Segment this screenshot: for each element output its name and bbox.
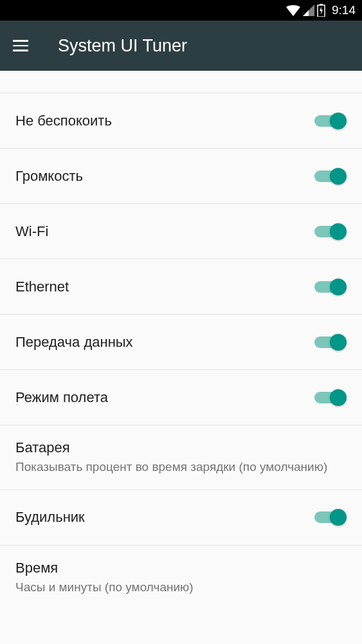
toggle-switch[interactable] [314, 333, 347, 352]
list-item-dnd[interactable]: Не беспокоить [0, 93, 362, 149]
list-item-data[interactable]: Передача данных [0, 315, 362, 370]
item-sublabel: Показывать процент во время зарядки (по … [15, 459, 327, 475]
item-label: Громкость [15, 168, 83, 185]
list-item-volume[interactable]: Громкость [0, 149, 362, 204]
wifi-icon [286, 5, 300, 16]
toggle-switch[interactable] [314, 388, 347, 407]
battery-charging-icon [317, 4, 325, 17]
menu-button[interactable] [13, 35, 33, 56]
item-label: Время [15, 560, 58, 576]
status-bar: 9:14 [0, 0, 362, 21]
app-bar: System UI Tuner [0, 21, 362, 71]
item-label: Батарея [15, 439, 70, 456]
item-label: Передача данных [15, 334, 133, 351]
status-time: 9:14 [332, 3, 356, 17]
list-item-alarm[interactable]: Будильник [0, 490, 362, 546]
item-label: Не беспокоить [15, 113, 112, 129]
toggle-switch[interactable] [314, 111, 347, 131]
item-label: Режим полета [15, 389, 108, 406]
list-item-airplane[interactable]: Режим полета [0, 370, 362, 425]
list-item-battery[interactable]: Батарея Показывать процент во время заря… [0, 425, 362, 490]
list-item-ethernet[interactable]: Ethernet [0, 259, 362, 315]
item-sublabel: Часы и минуты (по умолчанию) [15, 579, 194, 596]
signal-icon [303, 5, 314, 16]
list-item-wifi[interactable]: Wi-Fi [0, 204, 362, 259]
item-label: Будильник [15, 509, 85, 526]
page-title: System UI Tuner [58, 36, 187, 56]
list-item-time[interactable]: Время Часы и минуты (по умолчанию) [0, 546, 362, 610]
item-label: Wi-Fi [15, 223, 48, 240]
toggle-switch[interactable] [314, 277, 347, 297]
toggle-switch[interactable] [314, 167, 347, 186]
toggle-switch[interactable] [314, 222, 347, 241]
item-label: Ethernet [15, 279, 69, 295]
settings-list: Не беспокоить Громкость Wi-Fi Ethernet П… [0, 71, 362, 609]
list-spacer [0, 71, 362, 93]
toggle-switch[interactable] [314, 508, 347, 527]
